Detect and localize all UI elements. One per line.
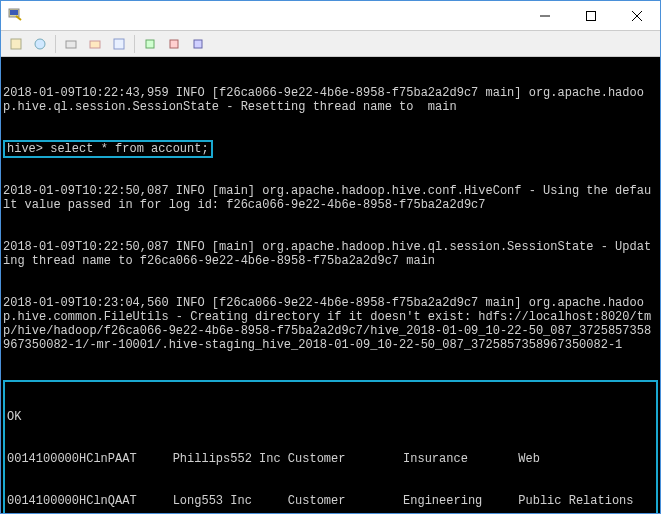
prompt: hive> <box>7 142 50 156</box>
maximize-button[interactable] <box>568 1 614 31</box>
app-window: 2018-01-09T10:22:43,959 INFO [f26ca066-9… <box>0 0 661 514</box>
tool-icon[interactable] <box>139 33 161 55</box>
command: select * from account; <box>50 142 208 156</box>
ok-line: OK <box>7 410 654 424</box>
tool-icon[interactable] <box>187 33 209 55</box>
table-row: 0014100000HClnQAAT Long553 Inc Customer … <box>7 494 654 508</box>
titlebar <box>1 1 660 31</box>
log-line: 2018-01-09T10:22:50,087 INFO [main] org.… <box>3 240 658 268</box>
toolbar-separator <box>134 35 135 53</box>
log-line: 2018-01-09T10:22:43,959 INFO [f26ca066-9… <box>3 86 658 114</box>
svg-rect-5 <box>66 41 76 48</box>
tool-icon[interactable] <box>84 33 106 55</box>
svg-rect-7 <box>114 39 124 49</box>
svg-rect-9 <box>170 40 178 48</box>
svg-rect-3 <box>11 39 21 49</box>
svg-rect-2 <box>587 11 596 20</box>
table-row: 0014100000HClnPAAT Phillips552 Inc Custo… <box>7 452 654 466</box>
minimize-button[interactable] <box>522 1 568 31</box>
terminal[interactable]: 2018-01-09T10:22:43,959 INFO [f26ca066-9… <box>1 57 660 513</box>
tool-icon[interactable] <box>5 33 27 55</box>
output-highlight: OK 0014100000HClnPAAT Phillips552 Inc Cu… <box>3 380 658 513</box>
toolbar <box>1 31 660 57</box>
tool-icon[interactable] <box>60 33 82 55</box>
log-line: 2018-01-09T10:22:50,087 INFO [main] org.… <box>3 184 658 212</box>
log-line: 2018-01-09T10:23:04,560 INFO [f26ca066-9… <box>3 296 658 352</box>
tool-icon[interactable] <box>108 33 130 55</box>
svg-rect-6 <box>90 41 100 48</box>
tool-icon[interactable] <box>163 33 185 55</box>
svg-rect-10 <box>194 40 202 48</box>
svg-rect-1 <box>10 10 18 15</box>
svg-point-4 <box>35 39 45 49</box>
toolbar-separator <box>55 35 56 53</box>
putty-icon <box>7 6 23 26</box>
tool-icon[interactable] <box>29 33 51 55</box>
command-highlight: hive> select * from account; <box>3 140 213 158</box>
close-button[interactable] <box>614 1 660 31</box>
svg-rect-8 <box>146 40 154 48</box>
